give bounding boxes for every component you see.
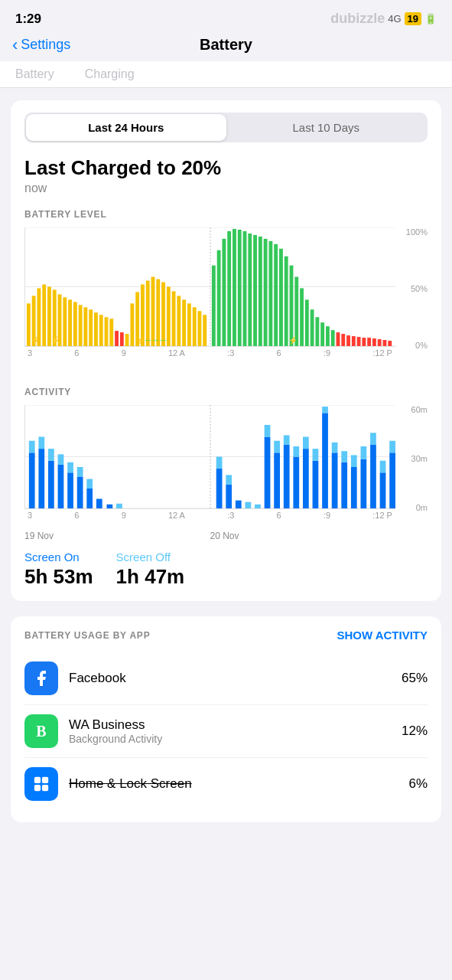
battery-x-labels: 3 6 9 12 A :3 6 :9 :12 P bbox=[24, 348, 395, 365]
charging-icon-3: ⚡─ ─ ─ bbox=[136, 336, 166, 345]
spacer1 bbox=[24, 368, 428, 387]
svg-rect-84 bbox=[58, 465, 64, 508]
svg-rect-102 bbox=[265, 437, 271, 508]
y-label-0m: 0m bbox=[398, 503, 428, 512]
svg-rect-42 bbox=[227, 231, 231, 346]
last-charged-time: now bbox=[24, 181, 428, 195]
screen-off-value: 1h 47m bbox=[116, 565, 185, 589]
main-content: Last 24 Hours Last 10 Days Last Charged … bbox=[0, 88, 452, 850]
svg-rect-89 bbox=[77, 467, 83, 476]
scroll-hint-1: Battery bbox=[15, 67, 54, 81]
svg-rect-52 bbox=[279, 249, 283, 346]
battery-icon: 🔋 bbox=[424, 13, 437, 24]
date-label-19nov: 19 Nov bbox=[24, 531, 210, 541]
page-title: Battery bbox=[200, 36, 252, 54]
svg-rect-93 bbox=[106, 505, 112, 508]
svg-rect-119 bbox=[341, 451, 347, 462]
svg-rect-115 bbox=[322, 407, 328, 413]
app-row-wa: B WA Business Background Activity 12% bbox=[24, 705, 428, 758]
svg-rect-108 bbox=[293, 457, 299, 509]
svg-rect-106 bbox=[284, 445, 290, 508]
tab-last-24-hours[interactable]: Last 24 Hours bbox=[26, 114, 226, 141]
svg-rect-99 bbox=[236, 501, 242, 508]
activity-bars bbox=[24, 405, 395, 509]
home-icon bbox=[24, 767, 58, 801]
home-pct: 6% bbox=[408, 776, 428, 792]
wa-app-info: WA Business Background Activity bbox=[69, 717, 162, 745]
svg-rect-96 bbox=[216, 457, 223, 469]
battery-y-labels: 100% 50% 0% bbox=[398, 227, 428, 350]
svg-rect-91 bbox=[86, 479, 93, 488]
x-label-6b: 6 bbox=[277, 348, 281, 365]
svg-rect-45 bbox=[243, 231, 247, 346]
svg-rect-90 bbox=[86, 488, 93, 508]
network-indicator: 4G bbox=[388, 13, 401, 24]
x-label-9b: :9 bbox=[324, 348, 330, 365]
wa-pct: 12% bbox=[402, 724, 428, 739]
svg-rect-111 bbox=[303, 437, 309, 449]
back-chevron-icon: ‹ bbox=[12, 37, 18, 54]
activity-x-labels: 3 6 9 12 A :3 6 :9 :12 P bbox=[24, 511, 395, 528]
back-button[interactable]: ‹ Settings bbox=[12, 37, 70, 54]
svg-rect-126 bbox=[380, 472, 386, 508]
status-bar: 1:29 dubizzle 4G 19 🔋 bbox=[0, 0, 452, 31]
y-label-100: 100% bbox=[398, 227, 428, 237]
facebook-pct: 65% bbox=[402, 671, 428, 686]
svg-rect-94 bbox=[116, 504, 122, 508]
svg-rect-87 bbox=[67, 462, 73, 473]
date-label-20nov: 20 Nov bbox=[210, 531, 396, 541]
act-x-12p: :12 P bbox=[372, 511, 392, 528]
charging-icon-1: ⚡ bbox=[31, 336, 40, 345]
act-x-6b: 6 bbox=[277, 511, 281, 528]
svg-rect-107 bbox=[284, 435, 290, 444]
svg-rect-101 bbox=[255, 505, 261, 508]
svg-rect-48 bbox=[259, 237, 262, 346]
svg-rect-129 bbox=[389, 441, 395, 453]
svg-rect-50 bbox=[268, 241, 272, 346]
battery-card: Last 24 Hours Last 10 Days Last Charged … bbox=[11, 100, 441, 601]
svg-rect-51 bbox=[274, 244, 278, 346]
battery-svg bbox=[25, 227, 395, 346]
svg-rect-100 bbox=[245, 502, 251, 508]
tab-last-10-days[interactable]: Last 10 Days bbox=[226, 114, 427, 141]
svg-rect-80 bbox=[38, 449, 44, 508]
svg-rect-105 bbox=[274, 441, 280, 453]
svg-rect-117 bbox=[332, 443, 338, 453]
svg-rect-85 bbox=[58, 454, 64, 465]
act-x-3a: 3 bbox=[28, 511, 32, 528]
svg-rect-82 bbox=[48, 461, 54, 508]
svg-rect-103 bbox=[265, 425, 271, 437]
svg-rect-98 bbox=[226, 475, 232, 484]
svg-rect-118 bbox=[341, 462, 347, 508]
svg-rect-109 bbox=[293, 446, 299, 457]
svg-rect-86 bbox=[67, 472, 73, 508]
show-activity-button[interactable]: SHOW ACTIVITY bbox=[337, 629, 428, 642]
act-x-12a: 12 A bbox=[168, 511, 185, 528]
date-labels: 19 Nov 20 Nov bbox=[24, 531, 428, 541]
y-label-0: 0% bbox=[398, 341, 428, 350]
activity-svg bbox=[25, 405, 395, 508]
svg-rect-88 bbox=[77, 476, 83, 508]
act-x-3b: :3 bbox=[227, 511, 234, 528]
svg-rect-132 bbox=[34, 785, 41, 791]
last-charged-label: Last Charged to 20% bbox=[24, 156, 428, 180]
app-row-facebook: Facebook 65% bbox=[24, 652, 428, 705]
svg-rect-120 bbox=[351, 467, 357, 508]
act-x-9b: :9 bbox=[324, 511, 330, 528]
facebook-app-name: Facebook bbox=[69, 671, 126, 686]
back-label: Settings bbox=[21, 37, 70, 53]
charging-icon-4: ⚡ bbox=[288, 336, 298, 345]
facebook-icon bbox=[24, 662, 58, 695]
svg-rect-79 bbox=[29, 441, 35, 453]
svg-rect-122 bbox=[361, 459, 367, 508]
wa-icon: B bbox=[24, 714, 58, 748]
scroll-hint-2: Charging bbox=[85, 67, 135, 81]
svg-rect-40 bbox=[217, 250, 221, 346]
app-row-home: Home & Lock Screen 6% bbox=[24, 758, 428, 810]
svg-rect-114 bbox=[322, 413, 328, 508]
svg-rect-43 bbox=[233, 229, 236, 346]
svg-rect-49 bbox=[264, 239, 268, 346]
y-label-50: 50% bbox=[398, 284, 428, 293]
x-label-3a: 3 bbox=[28, 348, 32, 365]
svg-rect-78 bbox=[29, 452, 35, 508]
